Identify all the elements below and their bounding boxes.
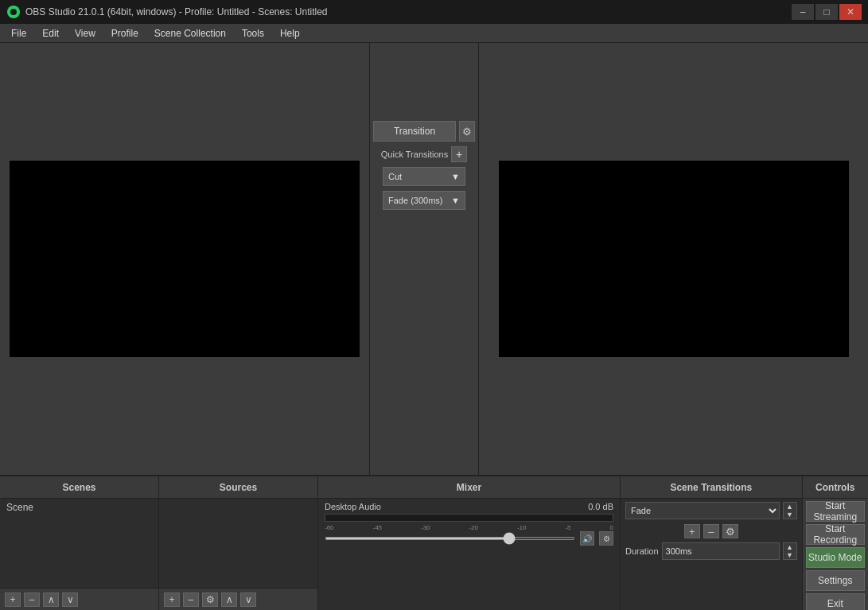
mixer-track-db: 0.0 dB (588, 502, 613, 511)
menu-help[interactable]: Help (272, 24, 308, 42)
fade-dropdown-button[interactable]: Fade (300ms) ▼ (383, 191, 465, 210)
sources-panel: Sources + – ⚙ ∧ ∨ (159, 476, 318, 610)
scene-item[interactable]: Scene (0, 499, 158, 516)
maximize-button[interactable]: □ (815, 4, 838, 20)
cut-label: Cut (388, 172, 402, 181)
quick-transitions-add-button[interactable]: + (451, 146, 467, 162)
menu-edit[interactable]: Edit (34, 24, 67, 42)
menu-scene-collection[interactable]: Scene Collection (146, 24, 234, 42)
close-button[interactable]: ✕ (839, 4, 862, 20)
titlebar-controls: – □ ✕ (792, 4, 862, 20)
right-preview-panel (478, 43, 868, 475)
titlebar-title: OBS Studio 21.0.1 (64bit, windows) - Pro… (25, 6, 328, 17)
st-fade-row: Fade Cut ▲ ▼ (621, 499, 802, 523)
cut-dropdown-row: Cut ▼ (383, 167, 465, 186)
scene-transitions-header: Scene Transitions (621, 476, 802, 499)
scenes-up-button[interactable]: ∧ (43, 593, 59, 607)
menu-view[interactable]: View (67, 24, 103, 42)
mixer-volume-slider[interactable] (325, 537, 575, 540)
scenes-body: Scene (0, 499, 158, 588)
cut-chevron-icon: ▼ (451, 172, 460, 181)
sources-remove-button[interactable]: – (183, 593, 199, 607)
sources-body (159, 499, 317, 588)
left-preview-panel (0, 43, 370, 475)
st-duration-row: Duration ▲ ▼ (621, 540, 802, 562)
minimize-button[interactable]: – (792, 4, 814, 20)
transition-panel: Transition ⚙ Quick Transitions + Cut ▼ F… (370, 43, 478, 475)
start-streaming-button[interactable]: Start Streaming (806, 501, 865, 522)
scenes-add-button[interactable]: + (5, 593, 21, 607)
svg-point-1 (10, 9, 17, 15)
sources-footer: + – ⚙ ∧ ∨ (159, 588, 317, 610)
quick-transitions-label: Quick Transitions (381, 150, 448, 159)
fade-label: Fade (300ms) (388, 196, 442, 205)
scene-transitions-panel: Scene Transitions Fade Cut ▲ ▼ + – ⚙ Dur… (621, 476, 803, 610)
mixer-body: Desktop Audio 0.0 dB -60 -45 -30 -20 -10 (318, 499, 620, 610)
scenes-remove-button[interactable]: – (24, 593, 40, 607)
sources-add-button[interactable]: + (164, 593, 180, 607)
app-icon (6, 5, 21, 19)
bottom-area: Scenes Scene + – ∧ ∨ Sources + – ⚙ ∧ ∨ M… (0, 475, 868, 610)
menubar: File Edit View Profile Scene Collection … (0, 24, 868, 43)
fade-chevron-icon: ▼ (451, 196, 460, 205)
st-gear-button[interactable]: ⚙ (722, 524, 738, 538)
transition-gear-button[interactable]: ⚙ (459, 121, 475, 142)
menu-profile[interactable]: Profile (103, 24, 146, 42)
controls-panel: Controls Start Streaming Start Recording… (803, 476, 868, 610)
mixer-ticks: -60 -45 -30 -20 -10 -5 0 (325, 524, 613, 531)
titlebar: OBS Studio 21.0.1 (64bit, windows) - Pro… (0, 0, 868, 24)
menu-tools[interactable]: Tools (234, 24, 272, 42)
st-duration-label: Duration (625, 546, 659, 556)
scenes-down-button[interactable]: ∨ (62, 593, 78, 607)
scenes-panel: Scenes Scene + – ∧ ∨ (0, 476, 159, 610)
controls-body: Start Streaming Start Recording Studio M… (803, 499, 868, 610)
sources-settings-button[interactable]: ⚙ (202, 593, 218, 607)
scene-transition-select[interactable]: Fade Cut (625, 502, 780, 519)
quick-transitions-row: Quick Transitions + (373, 146, 475, 162)
mixer-track-header: Desktop Audio 0.0 dB (325, 502, 613, 511)
sources-down-button[interactable]: ∨ (240, 593, 256, 607)
menu-file[interactable]: File (3, 24, 34, 42)
mixer-settings-button[interactable]: ⚙ (599, 531, 613, 546)
mixer-slider-row: 🔊 ⚙ (325, 531, 613, 546)
titlebar-left: OBS Studio 21.0.1 (64bit, windows) - Pro… (6, 5, 328, 19)
st-add-row: + – ⚙ (621, 523, 802, 540)
fade-dropdown-row: Fade (300ms) ▼ (383, 191, 465, 210)
desktop-audio-track: Desktop Audio 0.0 dB -60 -45 -30 -20 -10 (318, 499, 620, 549)
right-preview-screen (499, 161, 849, 357)
exit-button[interactable]: Exit (806, 593, 865, 610)
controls-header: Controls (803, 476, 868, 499)
cut-dropdown-button[interactable]: Cut ▼ (383, 167, 465, 186)
mixer-bar-container (325, 514, 613, 522)
mixer-track-name: Desktop Audio (325, 502, 381, 511)
mixer-mute-button[interactable]: 🔊 (580, 531, 594, 546)
left-preview-screen (10, 161, 360, 357)
studio-mode-button[interactable]: Studio Mode (806, 547, 865, 568)
main-content: Transition ⚙ Quick Transitions + Cut ▼ F… (0, 43, 868, 475)
st-add-button[interactable]: + (684, 524, 700, 538)
transition-button[interactable]: Transition (373, 121, 456, 142)
scenes-footer: + – ∧ ∨ (0, 588, 158, 610)
sources-header: Sources (159, 476, 317, 499)
settings-button[interactable]: Settings (806, 570, 865, 591)
st-duration-spinner[interactable]: ▲ ▼ (783, 542, 797, 560)
mixer-panel: Mixer Desktop Audio 0.0 dB -60 -45 (318, 476, 621, 610)
st-remove-button[interactable]: – (703, 524, 719, 538)
sources-up-button[interactable]: ∧ (221, 593, 237, 607)
start-recording-button[interactable]: Start Recording (806, 524, 865, 545)
scene-transitions-body: Fade Cut ▲ ▼ + – ⚙ Duration ▲ ▼ (621, 499, 802, 610)
scenes-header: Scenes (0, 476, 158, 499)
scene-transition-spinner[interactable]: ▲ ▼ (783, 502, 797, 519)
transition-row: Transition ⚙ (373, 121, 475, 142)
st-duration-input[interactable] (662, 542, 780, 560)
mixer-header: Mixer (318, 476, 620, 499)
